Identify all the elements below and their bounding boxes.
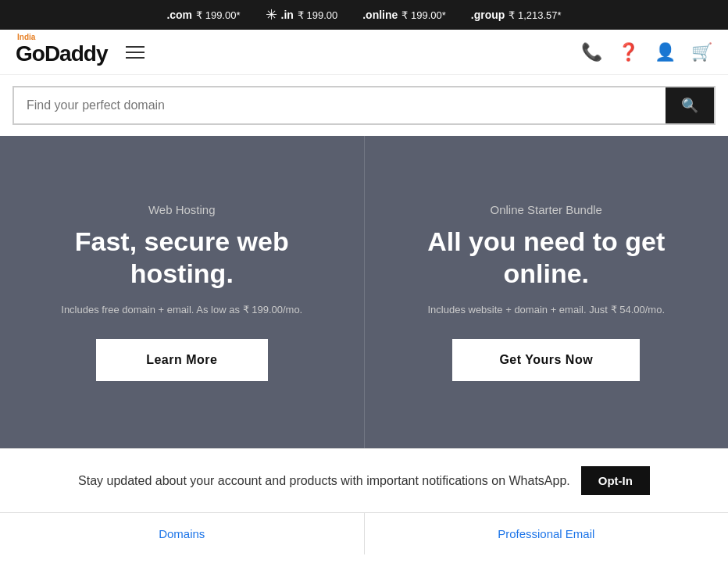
phone-icon[interactable]: 📞 (581, 42, 602, 62)
whatsapp-bar: Stay updated about your account and prod… (0, 448, 728, 512)
promo-item-online: .online ₹ 199.00* (362, 9, 446, 21)
promo-ext-group: .group (471, 9, 505, 21)
search-button[interactable]: 🔍 (666, 87, 714, 123)
hero-right-subtitle: Online Starter Bundle (491, 203, 602, 216)
help-icon[interactable]: ❓ (618, 42, 639, 62)
footer-link-professional-email[interactable]: Professional Email (365, 513, 729, 554)
promo-ext-online: .online (362, 9, 398, 21)
hero-panel-right: Online Starter Bundle All you need to ge… (365, 136, 729, 448)
hamburger-menu[interactable] (123, 43, 148, 62)
opt-in-button[interactable]: Opt-In (581, 466, 650, 495)
promo-price-group: ₹ 1,213.57* (509, 9, 561, 21)
hero-panel-left: Web Hosting Fast, secure web hosting. In… (0, 136, 365, 448)
whatsapp-text: Stay updated about your account and prod… (78, 472, 570, 490)
logo-text: GoDaddy (16, 41, 107, 66)
promo-price-com: ₹ 199.00* (196, 9, 240, 21)
hero-section: Web Hosting Fast, secure web hosting. In… (0, 136, 728, 448)
promo-item-group: .group ₹ 1,213.57* (471, 9, 562, 21)
hero-right-title: All you need to get online. (388, 226, 705, 290)
hamburger-line-2 (126, 52, 145, 53)
promo-price-online: ₹ 199.00* (401, 9, 445, 21)
account-icon[interactable]: 👤 (655, 42, 676, 62)
promo-ext-com: .com (166, 9, 192, 21)
get-yours-now-button[interactable]: Get Yours Now (452, 339, 640, 381)
search-icon: 🔍 (681, 98, 698, 113)
footer-links: Domains Professional Email (0, 512, 728, 554)
header-right: 📞 ❓ 👤 🛒 (581, 42, 712, 62)
search-container: 🔍 (0, 75, 728, 136)
promo-bar: .com ₹ 199.00* ✳ .in ₹ 199.00 .online ₹ … (0, 0, 728, 30)
search-bar: 🔍 (12, 86, 716, 125)
promo-item-com: .com ₹ 199.00* (166, 9, 240, 21)
search-input[interactable] (14, 87, 666, 123)
promo-price-in: ₹ 199.00 (298, 9, 337, 21)
hamburger-line-1 (126, 46, 145, 48)
header-left: India GoDaddy (16, 37, 148, 66)
hero-left-desc: Includes free domain + email. As low as … (61, 302, 302, 318)
promo-item-in: ✳ .in ₹ 199.00 (266, 6, 338, 23)
logo[interactable]: India GoDaddy (16, 37, 107, 66)
promo-ext-in: .in (281, 9, 294, 21)
cart-icon[interactable]: 🛒 (691, 42, 712, 62)
footer-link-domains[interactable]: Domains (0, 513, 365, 554)
learn-more-button[interactable]: Learn More (96, 339, 268, 381)
header: India GoDaddy 📞 ❓ 👤 🛒 (0, 30, 728, 75)
hero-left-subtitle: Web Hosting (148, 203, 216, 216)
logo-india-label: India (17, 33, 35, 41)
hero-right-desc: Includes website + domain + email. Just … (427, 302, 665, 318)
hero-left-title: Fast, secure web hosting. (23, 226, 341, 290)
hamburger-line-3 (126, 57, 145, 59)
starburst-icon: ✳ (266, 6, 277, 23)
